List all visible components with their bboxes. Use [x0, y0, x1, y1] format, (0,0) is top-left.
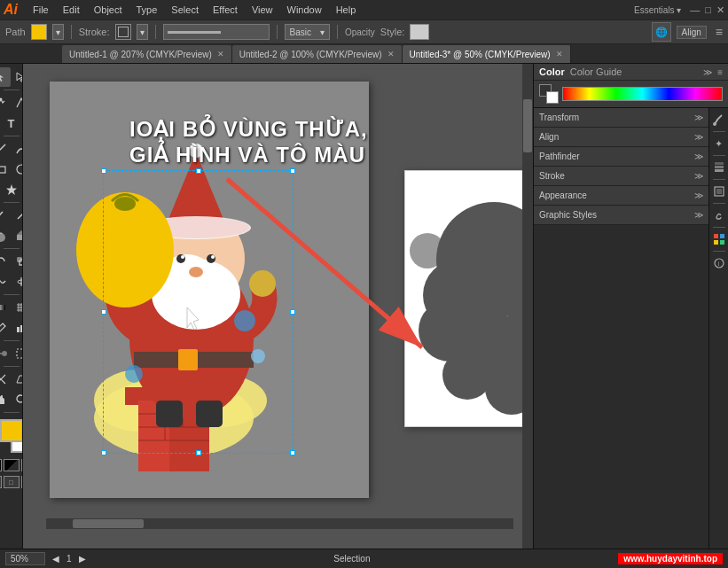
- menu-edit[interactable]: Edit: [57, 3, 86, 17]
- pathfinder-tab[interactable]: Pathfinder: [539, 152, 580, 161]
- menu-select[interactable]: Select: [165, 3, 205, 17]
- fill-color-swatch[interactable]: [31, 24, 47, 40]
- warp-tool-btn[interactable]: [0, 272, 11, 292]
- zoom-input[interactable]: [5, 552, 45, 565]
- slice-tool-btn[interactable]: [0, 370, 11, 389]
- vertical-scrollbar[interactable]: [522, 64, 533, 549]
- canvas-area[interactable]: IOẠI BỎ VÙNG THỪA, GIẢ HÌNH VÀ TÔ MÀU: [23, 64, 533, 549]
- blob-brush-btn[interactable]: [0, 226, 11, 245]
- tab-close-2[interactable]: ✕: [556, 50, 563, 58]
- artboards-icon[interactable]: [711, 183, 727, 199]
- maximize-btn[interactable]: □: [705, 4, 711, 15]
- symbols-icon[interactable]: ✦: [711, 136, 727, 152]
- tab-1[interactable]: Untitled-2 @ 100% (CMYK/Preview) ✕: [232, 45, 403, 63]
- stroke-panel-header: Stroke ≫: [534, 167, 708, 186]
- graphic-styles-header: Graphic Styles ≫: [534, 206, 708, 225]
- eyedropper-btn[interactable]: [0, 318, 11, 338]
- stroke-profile-dropdown[interactable]: Basic▾: [285, 24, 330, 40]
- panel-toggle-btn[interactable]: ≡: [716, 25, 723, 39]
- stroke-color-swatch[interactable]: [115, 24, 131, 40]
- style-swatch[interactable]: [410, 24, 429, 40]
- minimize-btn[interactable]: —: [690, 4, 700, 15]
- menu-view[interactable]: View: [246, 3, 279, 17]
- h-scroll-thumb[interactable]: [73, 519, 144, 528]
- appearance-tab[interactable]: Appearance: [539, 191, 587, 200]
- stroke-dropdown[interactable]: ▾: [137, 24, 148, 40]
- width-tool-btn[interactable]: [12, 272, 23, 292]
- rect-tool-btn[interactable]: [0, 160, 11, 179]
- color-guide-tab[interactable]: Color Guide: [570, 66, 622, 77]
- layers-icon[interactable]: [711, 160, 727, 175]
- artboard-tool-btn[interactable]: [12, 344, 23, 363]
- tab-close-1[interactable]: ✕: [387, 50, 395, 58]
- horizontal-scrollbar[interactable]: [46, 518, 513, 529]
- normal-mode-btn[interactable]: [0, 459, 2, 471]
- v-scroll-thumb[interactable]: [523, 99, 532, 152]
- transform-expand[interactable]: ≫: [694, 113, 703, 122]
- graph-tool-btn[interactable]: [12, 318, 23, 338]
- info-icon[interactable]: i: [711, 255, 727, 271]
- swatches-icon[interactable]: [711, 231, 727, 247]
- menu-file[interactable]: File: [27, 3, 55, 17]
- close-btn[interactable]: ✕: [716, 4, 724, 16]
- blend-tool-btn[interactable]: [0, 344, 11, 363]
- tab-0[interactable]: Untitled-1 @ 207% (CMYK/Preview) ✕: [62, 45, 232, 63]
- zoom-tool-btn[interactable]: [12, 390, 23, 409]
- align-btn[interactable]: Align: [677, 26, 707, 39]
- direct-selection-tool-btn[interactable]: [12, 67, 23, 87]
- silhouette-panel: [404, 170, 522, 427]
- line-tool-btn[interactable]: [0, 139, 11, 159]
- pen-tool-btn[interactable]: [0, 93, 11, 113]
- fill-dropdown[interactable]: ▾: [52, 24, 64, 40]
- side-panels: Transform ≫ Align ≫ Pathfinder ≫: [534, 108, 728, 549]
- pencil-tool-btn[interactable]: [12, 206, 23, 225]
- star-tool-btn[interactable]: [2, 180, 21, 199]
- selection-tool-btn[interactable]: [0, 67, 11, 87]
- color-spectrum-bar[interactable]: [562, 87, 723, 101]
- align-tab[interactable]: Align: [539, 132, 559, 142]
- graphic-expand[interactable]: ≫: [694, 210, 703, 220]
- stroke-expand[interactable]: ≫: [694, 171, 703, 181]
- menu-help[interactable]: Help: [330, 3, 363, 17]
- type-tool-btn[interactable]: T: [2, 113, 21, 133]
- brushes-icon[interactable]: [711, 112, 727, 128]
- tab-close-0[interactable]: ✕: [217, 50, 224, 58]
- color-tab[interactable]: Color: [539, 66, 565, 77]
- add-anchor-btn[interactable]: [12, 93, 23, 113]
- paintbrush-btn[interactable]: [0, 206, 11, 225]
- foreground-color[interactable]: [0, 419, 23, 442]
- links-icon[interactable]: [711, 207, 727, 223]
- pathfinder-expand[interactable]: ≫: [694, 152, 703, 161]
- hand-tool-btn[interactable]: [0, 390, 11, 409]
- menu-type[interactable]: Type: [130, 3, 164, 17]
- gradient-tool-btn[interactable]: [0, 298, 11, 317]
- svg-point-49: [207, 254, 215, 263]
- graphic-styles-tab[interactable]: Graphic Styles: [539, 210, 597, 220]
- nav-prev[interactable]: ◀: [52, 554, 59, 564]
- panel-menu-btn[interactable]: ≡: [717, 67, 723, 77]
- menu-object[interactable]: Object: [88, 3, 129, 17]
- scale-tool-btn[interactable]: [12, 252, 23, 271]
- mesh-tool-btn[interactable]: [12, 298, 23, 317]
- stroke-tab[interactable]: Stroke: [539, 171, 565, 181]
- behind-mode-btn[interactable]: [4, 459, 20, 471]
- stroke-weight-field[interactable]: [163, 24, 270, 40]
- panel-bg-swatch[interactable]: [546, 91, 559, 104]
- align-expand[interactable]: ≫: [694, 132, 703, 142]
- menu-effect[interactable]: Effect: [207, 3, 244, 17]
- arc-tool-btn[interactable]: [12, 139, 23, 159]
- rotate-tool-btn[interactable]: [0, 252, 11, 271]
- ellipse-tool-btn[interactable]: [12, 160, 23, 179]
- panel-content-area: Transform ≫ Align ≫ Pathfinder ≫: [534, 108, 708, 549]
- globe-icon[interactable]: 🌐: [652, 22, 671, 42]
- tab-2[interactable]: Untitled-3* @ 50% (CMYK/Preview) ✕: [403, 45, 571, 63]
- perspective-btn[interactable]: [12, 370, 23, 389]
- panel-expand-btn[interactable]: ≫: [703, 67, 712, 77]
- transform-tab[interactable]: Transform: [539, 113, 579, 122]
- nav-next[interactable]: ▶: [79, 554, 86, 564]
- fullscreen-btn[interactable]: □: [4, 476, 20, 488]
- menu-window[interactable]: Window: [281, 3, 328, 17]
- screen-mode-btn[interactable]: ▣: [0, 476, 2, 488]
- appearance-expand[interactable]: ≫: [694, 191, 703, 200]
- eraser-btn[interactable]: [12, 226, 23, 245]
